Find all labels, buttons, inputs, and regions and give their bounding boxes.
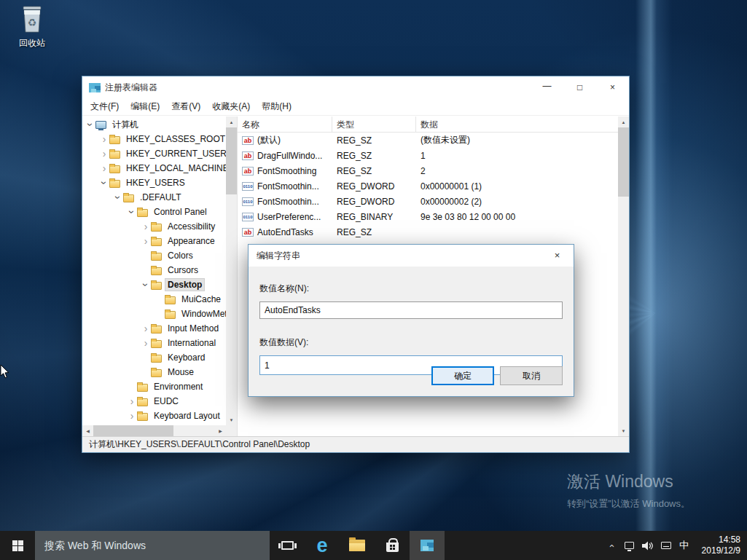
registry-value-row[interactable]: ab DragFullWindo... REG_SZ 1 <box>238 148 618 163</box>
tree-chevron-icon[interactable]: › <box>99 134 109 144</box>
minimize-button[interactable]: — <box>531 76 563 98</box>
scroll-down-icon[interactable]: ▼ <box>226 414 237 425</box>
scrollbar-thumb[interactable] <box>618 127 629 197</box>
registry-value-row[interactable]: 0110 UserPreferenc... REG_BINARY 9e 3e 0… <box>238 209 618 224</box>
store-button[interactable] <box>375 531 410 560</box>
watermark-subtitle: 转到“设置”以激活 Windows。 <box>567 497 690 510</box>
value-data: (数值未设置) <box>416 134 618 146</box>
menu-item[interactable]: 编辑(E) <box>125 98 165 115</box>
menu-item[interactable]: 文件(F) <box>85 98 125 115</box>
tree-item[interactable]: › International <box>82 336 226 350</box>
scrollbar-thumb[interactable] <box>93 425 173 436</box>
menu-item[interactable]: 帮助(H) <box>256 98 297 115</box>
cancel-button[interactable]: 取消 <box>500 366 563 385</box>
tree-item[interactable]: › Accessibility <box>82 219 226 234</box>
taskbar-search[interactable] <box>35 531 270 560</box>
value-type: REG_SZ <box>332 166 416 176</box>
scroll-down-icon[interactable]: ▼ <box>618 425 629 436</box>
ok-button[interactable]: 确定 <box>431 366 494 385</box>
scroll-right-icon[interactable]: ▶ <box>215 425 226 436</box>
registry-value-row[interactable]: 0110 FontSmoothin... REG_DWORD 0x0000000… <box>238 178 618 194</box>
tree-chevron-icon[interactable]: › <box>141 280 151 290</box>
menu-item[interactable]: 收藏夹(A) <box>206 98 256 115</box>
list-vertical-scrollbar[interactable]: ▲ ▼ <box>618 117 629 436</box>
touch-keyboard-button[interactable] <box>657 531 675 560</box>
close-button[interactable]: × <box>596 76 629 98</box>
tree-item[interactable]: MuiCache <box>82 292 226 307</box>
tree-item[interactable]: Environment <box>82 379 226 394</box>
tree-chevron-icon[interactable]: › <box>113 192 123 202</box>
tree-chevron-icon[interactable]: › <box>127 207 137 217</box>
tree-item[interactable]: › 计算机 <box>82 117 226 132</box>
registry-value-row[interactable]: ab (默认) REG_SZ (数值未设置) <box>238 133 618 148</box>
dialog-titlebar[interactable]: 编辑字符串 <box>249 245 574 267</box>
mouse-cursor <box>0 364 10 379</box>
file-explorer-button[interactable] <box>340 531 375 560</box>
tree-item[interactable]: › EUDC <box>82 394 226 409</box>
tree-item[interactable]: › HKEY_USERS <box>82 176 226 190</box>
value-name: FontSmoothing <box>257 166 316 176</box>
tree-vertical-scrollbar[interactable]: ▲ ▼ <box>226 117 237 425</box>
column-header-data[interactable]: 数据 <box>416 117 629 133</box>
scroll-up-icon[interactable]: ▲ <box>618 117 629 127</box>
tree-chevron-icon[interactable]: › <box>141 221 151 232</box>
column-header-type[interactable]: 类型 <box>332 117 416 133</box>
tree-item[interactable]: Cursors <box>82 263 226 277</box>
task-view-button[interactable] <box>270 531 305 560</box>
close-icon: × <box>610 82 615 92</box>
window-titlebar[interactable]: 注册表编辑器 — □ × <box>82 76 629 98</box>
tree-item-label: WindowMetrics <box>179 308 226 320</box>
tree-item[interactable]: › Appearance <box>82 234 226 248</box>
tree-chevron-icon[interactable]: › <box>99 178 109 188</box>
tree-item[interactable]: › .DEFAULT <box>82 190 226 205</box>
registry-value-row[interactable]: ab FontSmoothing REG_SZ 2 <box>238 163 618 178</box>
tree-item[interactable]: › HKEY_LOCAL_MACHINE <box>82 161 226 176</box>
network-button[interactable] <box>620 531 638 560</box>
tree-horizontal-scrollbar[interactable]: ◀ ▶ <box>82 425 226 436</box>
tree-chevron-icon[interactable]: › <box>99 163 109 173</box>
edge-button[interactable]: e <box>305 531 340 560</box>
tree-chevron-icon[interactable]: › <box>141 338 151 348</box>
search-input[interactable] <box>35 531 270 560</box>
scrollbar-thumb[interactable] <box>226 127 237 194</box>
column-header-name[interactable]: 名称 <box>238 117 332 133</box>
tree-chevron-icon[interactable]: › <box>85 119 95 130</box>
folder-icon <box>165 311 176 319</box>
tree-chevron-icon[interactable]: › <box>127 411 137 421</box>
tree-chevron-icon[interactable]: › <box>141 323 151 334</box>
folder-icon <box>137 398 148 406</box>
regedit-taskbar-button[interactable] <box>410 531 445 560</box>
menu-item[interactable]: 查看(V) <box>165 98 206 115</box>
tree-item[interactable]: › Input Method <box>82 321 226 336</box>
value-data: 0x00000002 (2) <box>416 197 618 207</box>
recycle-bin[interactable]: ♻ 回收站 <box>9 4 55 50</box>
ime-indicator[interactable]: 中 <box>675 531 693 560</box>
scroll-left-icon[interactable]: ◀ <box>82 425 93 436</box>
tree-item[interactable]: WindowMetrics <box>82 307 226 321</box>
tree-item[interactable]: Keyboard <box>82 350 226 365</box>
tree-item[interactable]: › HKEY_CURRENT_USER <box>82 146 226 161</box>
tree-item[interactable]: › Keyboard Layout <box>82 409 226 423</box>
tree-item[interactable]: › Control Panel <box>82 205 226 219</box>
registry-value-row[interactable]: 0110 FontSmoothin... REG_DWORD 0x0000000… <box>238 194 618 209</box>
scroll-up-icon[interactable]: ▲ <box>226 117 237 127</box>
value-name: (默认) <box>257 134 281 146</box>
volume-button[interactable] <box>638 531 657 560</box>
tree-chevron-icon[interactable]: › <box>99 149 109 159</box>
tree-item-label: Accessibility <box>165 221 217 232</box>
dialog-close-button[interactable]: × <box>541 245 574 266</box>
tree-chevron-icon[interactable]: › <box>141 236 151 246</box>
maximize-button[interactable]: □ <box>563 76 596 98</box>
tree-item[interactable]: Colors <box>82 248 226 263</box>
start-button[interactable] <box>0 531 35 560</box>
tree-item[interactable]: › HKEY_CLASSES_ROOT <box>82 132 226 146</box>
tree-item[interactable]: Mouse <box>82 365 226 379</box>
file-explorer-icon <box>349 540 365 551</box>
reg-binary-icon: 0110 <box>242 197 254 206</box>
tray-overflow-button[interactable]: › <box>602 531 620 560</box>
registry-value-row[interactable]: ab AutoEndTasks REG_SZ <box>238 224 618 240</box>
tree-chevron-icon[interactable]: › <box>127 396 137 406</box>
tree-item[interactable]: › Desktop <box>82 277 226 292</box>
taskbar-clock[interactable]: 14:58 2019/12/9 <box>693 535 747 556</box>
value-name-field[interactable] <box>259 301 563 319</box>
